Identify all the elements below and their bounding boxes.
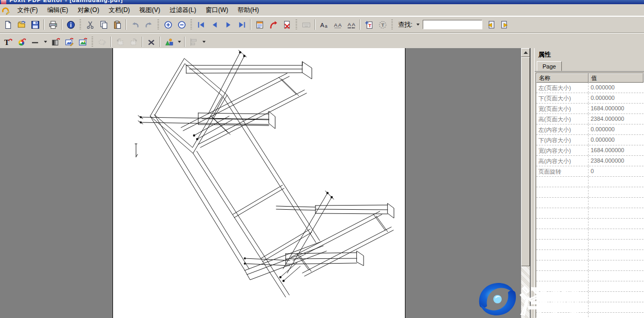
align-dropdown[interactable] xyxy=(200,36,207,48)
last-page-button[interactable] xyxy=(235,18,248,31)
property-value[interactable]: 0.000000 xyxy=(589,124,643,134)
property-value[interactable]: 0.000000 xyxy=(589,93,643,103)
toolbar-gripper[interactable] xyxy=(80,19,81,30)
menu-item-document[interactable]: 文档(D) xyxy=(105,5,134,16)
add-text-button[interactable] xyxy=(362,18,376,31)
toolbar-separator xyxy=(61,19,62,30)
virtual-keyboard-button[interactable] xyxy=(299,18,313,31)
cut-button[interactable] xyxy=(83,18,97,31)
toolbar-gripper[interactable] xyxy=(190,19,192,30)
rotate-object-left-button[interactable] xyxy=(113,36,127,48)
find-next-button[interactable] xyxy=(498,18,511,31)
fill-gradient-icon xyxy=(51,38,60,47)
revert-document-button[interactable] xyxy=(266,18,280,31)
property-row[interactable]: 页面旋转0 xyxy=(536,166,643,177)
find-dropdown[interactable] xyxy=(414,19,421,30)
print-button[interactable] xyxy=(46,18,60,31)
delete-document-button[interactable] xyxy=(280,18,293,31)
vertical-scrollbar[interactable] xyxy=(521,48,530,318)
select-tool-icon xyxy=(98,38,107,47)
open-file-button[interactable] xyxy=(15,18,28,31)
pdf-page[interactable] xyxy=(112,48,405,318)
find-input[interactable] xyxy=(423,20,482,29)
scrollbar-thumb[interactable] xyxy=(521,57,530,266)
fill-gradient-button[interactable] xyxy=(49,36,62,48)
line-style-dropdown[interactable] xyxy=(42,36,49,48)
edit-image-button[interactable] xyxy=(62,36,76,48)
toolbar-gripper[interactable] xyxy=(92,37,93,47)
property-row[interactable]: 高(页面大小)2384.000000 xyxy=(536,114,643,124)
menu-item-window[interactable]: 窗口(W) xyxy=(201,5,232,16)
insert-shape-button[interactable] xyxy=(162,36,176,48)
column-header-name[interactable]: 名称 xyxy=(536,73,589,83)
property-row[interactable]: 左(页面大小)0.000000 xyxy=(536,83,643,93)
property-value[interactable]: 0 xyxy=(589,166,643,176)
property-label: 左(内容大小) xyxy=(536,124,589,134)
align-objects-button[interactable] xyxy=(187,36,200,48)
menu-item-file[interactable]: 文件(F) xyxy=(13,5,42,16)
property-label xyxy=(536,271,589,281)
scroll-up-button[interactable] xyxy=(521,48,530,57)
property-value[interactable]: 1684.000000 xyxy=(589,145,643,155)
shape-dropdown[interactable] xyxy=(176,36,183,48)
rotate-object-right-button[interactable] xyxy=(127,36,140,48)
property-row-empty xyxy=(536,198,643,208)
copy-button[interactable] xyxy=(97,18,110,31)
property-value[interactable]: 0.000000 xyxy=(589,83,643,93)
line-style-button[interactable] xyxy=(28,36,42,48)
first-page-button[interactable] xyxy=(194,18,208,31)
next-page-button[interactable] xyxy=(221,18,235,31)
property-row[interactable]: 下(内容大小)0.000000 xyxy=(536,135,643,145)
add-text-object-button[interactable] xyxy=(1,36,15,48)
toolbar-gripper[interactable] xyxy=(296,19,297,30)
color-picker-button[interactable] xyxy=(15,36,28,48)
property-value xyxy=(589,302,643,312)
tab-page[interactable]: Page xyxy=(537,61,562,71)
property-row[interactable]: 高(内容大小)2384.000000 xyxy=(536,156,643,166)
property-value[interactable]: 0.000000 xyxy=(589,135,643,145)
property-value xyxy=(589,260,643,270)
font-size-tool-button[interactable] xyxy=(317,18,331,31)
toolbar-gripper[interactable] xyxy=(157,19,159,30)
toolbar-separator xyxy=(126,19,127,30)
zoom-out-button[interactable] xyxy=(175,18,188,31)
toolbar-gripper[interactable] xyxy=(391,19,393,30)
property-value[interactable]: 2384.000000 xyxy=(589,156,643,166)
property-row-empty xyxy=(536,281,643,292)
menu-item-view[interactable]: 视图(V) xyxy=(135,5,164,16)
column-header-value[interactable]: 值 xyxy=(589,73,643,83)
menu-item-filter[interactable]: 过滤器(L) xyxy=(165,5,200,16)
property-row-empty xyxy=(536,250,643,260)
undo-button[interactable] xyxy=(128,18,142,31)
menu-item-help[interactable]: 帮助(H) xyxy=(233,5,263,16)
delete-object-button[interactable] xyxy=(144,36,158,48)
prev-page-button[interactable] xyxy=(208,18,221,31)
menu-item-edit[interactable]: 编辑(E) xyxy=(43,5,72,16)
property-label xyxy=(536,208,589,218)
replace-image-button[interactable] xyxy=(76,36,89,48)
property-value[interactable]: 2384.000000 xyxy=(589,114,643,124)
property-value[interactable]: 1684.000000 xyxy=(589,104,643,113)
page-form-button[interactable] xyxy=(253,18,266,31)
toolbar-separator xyxy=(314,19,315,30)
save-file-button[interactable] xyxy=(28,18,42,31)
paste-button[interactable] xyxy=(110,18,124,31)
redo-button[interactable] xyxy=(142,18,155,31)
property-row[interactable]: 左(内容大小)0.000000 xyxy=(536,124,643,135)
find-previous-button[interactable] xyxy=(484,18,498,31)
font-spacing-tool-button[interactable] xyxy=(344,18,358,31)
property-label xyxy=(536,250,589,260)
property-row[interactable]: 宽(内容大小)1684.000000 xyxy=(536,145,643,156)
property-row[interactable]: 宽(页面大小)1684.000000 xyxy=(536,104,643,114)
text-circle-tool-button[interactable] xyxy=(376,18,389,31)
document-info-button[interactable] xyxy=(64,18,77,31)
menu-item-object[interactable]: 对象(O) xyxy=(73,5,103,16)
font-pair-tool-button[interactable] xyxy=(331,18,344,31)
watermark-swirl-logo xyxy=(479,283,516,315)
zoom-in-button[interactable] xyxy=(161,18,175,31)
property-row[interactable]: 下(页面大小)0.000000 xyxy=(536,93,643,104)
select-tool-button[interactable] xyxy=(95,36,109,48)
new-document-button[interactable] xyxy=(1,18,15,31)
first-page-icon xyxy=(197,20,206,29)
menu-bar: 文件(F)编辑(E)对象(O)文档(D)视图(V)过滤器(L)窗口(W)帮助(H… xyxy=(0,4,644,16)
